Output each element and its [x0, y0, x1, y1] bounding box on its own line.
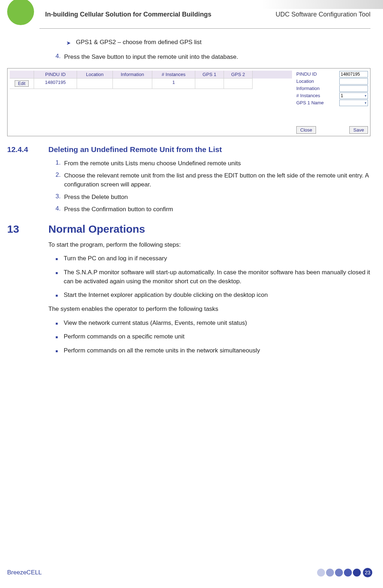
section-number: 13	[7, 223, 48, 235]
dot-icon	[353, 569, 361, 577]
instances-select[interactable]: 1▾	[339, 93, 368, 99]
chevron-down-icon: ▾	[365, 94, 367, 98]
section-title: Normal Operations	[48, 223, 145, 235]
startup-bullet-2: ■The S.N.A.P monitor software will start…	[56, 268, 370, 286]
edit-button[interactable]: Edit	[15, 80, 29, 87]
arrow-icon: ➤	[66, 40, 71, 46]
step-text: Press the Save button to input the remot…	[64, 53, 370, 62]
screenshot-figure: PINDU ID Location Information # Instance…	[7, 68, 370, 136]
gps-sub-bullet: ➤ GPS1 & GPS2 – choose from defined GPS …	[66, 39, 370, 46]
gps-sub-text: GPS1 & GPS2 – choose from defined GPS li…	[76, 39, 202, 46]
page-number: 23	[363, 568, 372, 577]
footer-dots: 23	[317, 568, 372, 577]
grid-header-gps1: GPS 1	[195, 71, 224, 79]
square-icon: ■	[56, 256, 58, 263]
cell-info	[113, 79, 152, 89]
info-field[interactable]	[339, 85, 368, 92]
dot-icon	[335, 569, 343, 577]
startup-bullet-3: ■Start the Internet explorer application…	[56, 291, 370, 300]
intro-step-4: 4. Press the Save button to input the re…	[56, 53, 370, 62]
square-icon: ■	[56, 270, 58, 286]
panel-lbl-info: Information	[296, 86, 339, 91]
square-icon: ■	[56, 348, 58, 355]
cell-pindu: 14807195	[34, 79, 77, 89]
dot-icon	[326, 569, 334, 577]
header-title-left: In-building Cellular Solution for Commer…	[45, 11, 211, 18]
dot-icon	[344, 569, 352, 577]
square-icon: ■	[56, 321, 58, 328]
cell-location	[77, 79, 113, 89]
grid-header-location: Location	[77, 71, 113, 79]
logo-circle	[7, 0, 34, 25]
square-icon: ■	[56, 293, 58, 300]
grid-header-info: Information	[113, 71, 152, 79]
gps1-select[interactable]: ▾	[339, 100, 368, 106]
chevron-down-icon: ▾	[365, 101, 367, 105]
header-title-right: UDC Software Configuration Tool	[276, 11, 370, 18]
data-grid: PINDU ID Location Information # Instance…	[10, 71, 292, 134]
panel-lbl-location: Location	[296, 79, 339, 84]
footer-brand: BreezeCELL	[7, 569, 317, 576]
grid-header-blank	[10, 71, 34, 79]
cell-gps1	[195, 79, 224, 89]
grid-header-pindu: PINDU ID	[34, 71, 77, 79]
tasks-bullet-3: ■Perform commands on all the remote unit…	[56, 346, 370, 355]
tasks-bullet-2: ■Perform commands on a specific remote u…	[56, 332, 370, 341]
panel-lbl-instances: # Instances	[296, 93, 339, 98]
pindu-field[interactable]: 14807195	[339, 71, 368, 77]
grid-header-gps2: GPS 2	[224, 71, 253, 79]
heading-13: 13 Normal Operations	[7, 223, 370, 235]
location-field[interactable]	[339, 78, 368, 85]
sec13-intro1: To start the program, perform the follow…	[48, 241, 370, 250]
edit-panel: PINDU ID14807195 Location Information # …	[296, 71, 368, 134]
table-row: Edit 14807195 1	[10, 79, 292, 89]
delete-step-3: 3.Press the Delete button	[56, 193, 370, 202]
page-footer: BreezeCELL 23	[7, 568, 372, 577]
save-button[interactable]: Save	[349, 126, 368, 134]
tasks-bullet-1: ■View the network current status (Alarms…	[56, 319, 370, 328]
dot-icon	[317, 569, 325, 577]
startup-bullet-1: ■Turn the PC on and log in if necessary	[56, 254, 370, 263]
delete-step-4: 4.Press the Confirmation button to confi…	[56, 205, 370, 214]
square-icon: ■	[56, 335, 58, 341]
panel-lbl-gps1: GPS 1 Name	[296, 100, 339, 105]
panel-lbl-pindu: PINDU ID	[296, 71, 339, 77]
section-number: 12.4.4	[7, 145, 48, 154]
grid-header-instances: # Instances	[152, 71, 195, 79]
cell-gps2	[224, 79, 253, 89]
close-button[interactable]: Close	[296, 126, 316, 134]
page-header: In-building Cellular Solution for Commer…	[39, 0, 370, 29]
section-title: Deleting an Undefined Remote Unit from t…	[48, 145, 222, 154]
step-number: 4.	[56, 53, 64, 62]
heading-12-4-4: 12.4.4 Deleting an Undefined Remote Unit…	[7, 145, 370, 154]
delete-step-1: 1.From the remote units Lists menu choos…	[56, 159, 370, 168]
sec13-intro2: The system enables the operator to perfo…	[48, 305, 370, 314]
delete-step-2: 2.Choose the relevant remote unit from t…	[56, 171, 370, 189]
cell-instances: 1	[152, 79, 195, 89]
